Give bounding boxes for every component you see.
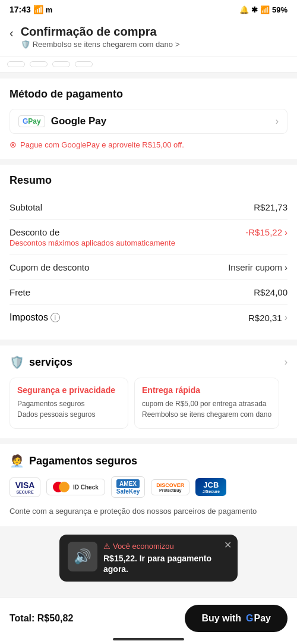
services-shield-icon: 🛡️: [10, 355, 24, 369]
id-check-text: ID Check: [73, 484, 99, 491]
safekey-text: SafeKey: [116, 488, 140, 495]
services-section: 🛡️ serviços › Segurança e privacidade Pa…: [0, 345, 297, 438]
mastercard-logo-badge: ID Check: [46, 479, 105, 495]
tab-3[interactable]: [52, 61, 70, 67]
services-label: serviços: [29, 356, 72, 369]
subtotal-label: Subtotal: [10, 202, 42, 212]
g-blue: G: [246, 613, 253, 624]
status-bar: 17:43 📶 m 🔔 ✱ 📶 59%: [0, 0, 297, 19]
mc-circle-yellow: [59, 482, 69, 492]
network-icon: m: [46, 5, 53, 14]
pay-label: Pay: [254, 613, 271, 624]
resumo-title: Resumo: [10, 174, 287, 187]
page-title: Confirmação de compra: [21, 25, 180, 39]
amex-text: AMEX: [116, 479, 140, 488]
conte-text: Conte com a segurança e proteção dos nos…: [10, 506, 287, 517]
payment-method-section: Método de pagamento G Pay Google Pay › ⊗…: [0, 78, 297, 159]
payment-left: G Pay Google Pay: [18, 115, 106, 127]
battery: 59%: [272, 5, 287, 14]
bluetooth-icon: ✱: [251, 5, 258, 14]
service-card-0: Segurança e privacidade Pagamentos segur…: [10, 378, 128, 429]
promo-text: Pague com GooglePay e aproveite R$15,00 …: [20, 140, 184, 149]
services-chevron[interactable]: ›: [285, 357, 287, 367]
header-title-block: Confirmação de compra 🛡️ Reembolso se it…: [21, 25, 180, 49]
payment-method-row[interactable]: G Pay Google Pay ›: [10, 109, 287, 134]
cupom-chevron: ›: [285, 262, 287, 272]
header-subtitle: 🛡️ Reembolso se itens chegarem com dano …: [21, 40, 180, 49]
payment-method-title: Método de pagamento: [10, 88, 287, 100]
toast-product-image: 🔊: [68, 542, 97, 571]
impostos-label-group: Impostos i: [10, 312, 60, 323]
buy-button[interactable]: Buy with GPay: [185, 605, 287, 632]
jcb-logo-badge: JCB J/Secure: [195, 478, 226, 496]
discover-logo-badge: DISCOVER ProtectBuy: [151, 479, 189, 495]
promo-icon: ⊗: [10, 140, 17, 149]
header: ‹ Confirmação de compra 🛡️ Reembolso se …: [0, 19, 297, 56]
jcb-text: JCB: [203, 480, 219, 489]
scroll-tabs: [0, 56, 297, 73]
pagamentos-seguros-title: 🧑‍💼 Pagamentos seguros: [10, 454, 287, 468]
bottom-bar: Total: R$50,82 Buy with GPay: [0, 597, 297, 644]
impostos-row[interactable]: Impostos i R$20,31 ›: [10, 305, 287, 330]
frete-value: R$24,00: [254, 287, 287, 297]
service-card-title-0: Segurança e privacidade: [17, 385, 121, 395]
toast-body[interactable]: R$15,22. Ir para pagamento agora.: [103, 553, 229, 574]
amex-logo-badge: AMEX SafeKey: [111, 476, 145, 498]
jsecure-text: J/Secure: [203, 489, 220, 494]
visa-text: VISA: [15, 480, 35, 490]
subtitle-arrow: >: [175, 40, 180, 49]
inserir-cupom[interactable]: Inserir cupom ›: [228, 262, 287, 272]
shield-small-icon: 🛡️: [21, 40, 30, 49]
gpay-inline: GPay: [246, 613, 271, 624]
cupom-row[interactable]: Cupom de desconto Inserir cupom ›: [10, 255, 287, 280]
tab-2[interactable]: [30, 61, 48, 67]
visa-secure-text: SECURE: [16, 490, 33, 494]
service-card-item-0-0: Pagamentos seguros: [17, 400, 121, 408]
impostos-chevron: ›: [285, 312, 287, 323]
subtitle-text: Reembolso se itens chegarem com dano: [33, 40, 173, 49]
protect-text: ProtectBuy: [159, 488, 181, 492]
subtotal-row: Subtotal R$21,73: [10, 195, 287, 220]
promo-row: ⊗ Pague com GooglePay e aproveite R$15,0…: [10, 140, 287, 149]
time: 17:43: [10, 5, 31, 14]
desconto-row: Desconto de Descontos máximos aplicados …: [10, 220, 287, 255]
service-card-item-1-1: Reembolso se itens chegarem com dano: [142, 410, 271, 419]
status-right: 🔔 ✱ 📶 59%: [239, 5, 287, 14]
impostos-value: R$20,31: [248, 313, 282, 323]
payment-logos: VISA SECURE ID Check AMEX SafeKey: [10, 476, 287, 498]
buy-label: Buy with: [201, 613, 241, 624]
frete-row: Frete R$24,00: [10, 280, 287, 305]
services-title-row: 🛡️ serviços: [10, 355, 72, 369]
toast-title: ⚠ Você economizou: [103, 542, 229, 551]
service-card-item-1-0: cupom de R$5,00 por entrega atrasada: [142, 400, 271, 408]
desconto-value[interactable]: -R$15,22 ›: [245, 227, 287, 237]
toast-close-button[interactable]: ✕: [224, 539, 232, 551]
mc-logo: [53, 482, 69, 492]
service-card-item-0-1: Dados pessoais seguros: [17, 410, 121, 419]
service-card-title-1: Entrega rápida: [142, 385, 271, 395]
gpay-badge: G Pay: [18, 115, 45, 127]
cupom-label: Cupom de desconto: [10, 262, 89, 272]
resumo-section: Resumo Subtotal R$21,73 Desconto de Desc…: [0, 165, 297, 340]
pagamentos-seguros-section: 🧑‍💼 Pagamentos seguros VISA SECURE ID Ch…: [0, 444, 297, 526]
total-display: Total: R$50,82: [10, 613, 73, 624]
services-header: 🛡️ serviços ›: [10, 355, 287, 369]
visa-logo-badge: VISA SECURE: [10, 477, 40, 497]
info-icon: i: [50, 313, 60, 322]
discover-text: DISCOVER: [156, 482, 184, 488]
desconto-sublabel: Descontos máximos aplicados automaticame…: [10, 238, 175, 247]
alarm-icon: 🔔: [239, 5, 249, 14]
toast: 🔊 ⚠ Você economizou R$15,22. Ir para pag…: [59, 535, 238, 582]
back-button[interactable]: ‹: [10, 25, 14, 40]
frete-label: Frete: [10, 287, 30, 297]
services-cards: Segurança e privacidade Pagamentos segur…: [10, 378, 287, 429]
service-card-1: Entrega rápida cupom de R$5,00 por entre…: [134, 378, 279, 429]
payment-chevron: ›: [276, 116, 279, 127]
tab-1[interactable]: [7, 61, 25, 67]
signal-icon: 📶: [33, 5, 43, 14]
impostos-label: Impostos: [10, 312, 48, 323]
wifi-icon: 📶: [260, 5, 270, 14]
total-label: Total: R$50,82: [10, 613, 73, 623]
tab-4[interactable]: [75, 61, 93, 67]
desconto-left: Desconto de Descontos máximos aplicados …: [10, 227, 175, 247]
